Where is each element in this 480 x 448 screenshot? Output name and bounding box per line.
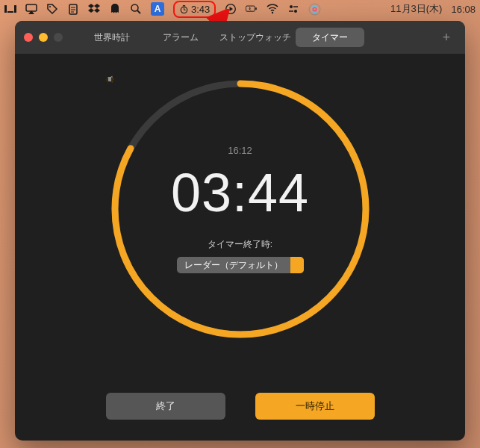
menubar-date[interactable]: 11月3日(木) (390, 2, 442, 16)
close-button[interactable] (24, 33, 33, 42)
timer-sound-value: レーダー（デフォルト） (177, 259, 290, 272)
cancel-button[interactable]: 終了 (106, 393, 225, 420)
add-button[interactable]: + (437, 28, 456, 47)
wifi-icon[interactable] (267, 3, 278, 15)
svg-rect-0 (4, 5, 7, 13)
traffic-lights (24, 33, 63, 42)
minimize-button[interactable] (39, 33, 48, 42)
svg-rect-22 (246, 6, 255, 11)
svg-marker-10 (88, 4, 94, 8)
tab-stopwatch[interactable]: ストップウォッチ (215, 28, 296, 47)
pause-button[interactable]: 一時停止 (255, 393, 375, 420)
svg-point-30 (309, 4, 320, 15)
svg-marker-38 (111, 77, 114, 83)
svg-rect-1 (14, 5, 16, 13)
svg-point-26 (290, 5, 293, 8)
tab-bar: 世界時計 アラーム ストップウォッチ タイマー (78, 28, 437, 47)
search-icon[interactable] (130, 3, 142, 15)
chevron-updown-icon (290, 257, 304, 273)
timer-ring: 16:12 03:44 タイマー終了時: レーダー（デフォルト） (106, 75, 375, 343)
timer-end-label: タイマー終了時: (208, 238, 272, 251)
battery-icon[interactable] (246, 3, 258, 15)
tab-world-clock[interactable]: 世界時計 (78, 28, 146, 47)
svg-point-25 (272, 12, 273, 13)
menubar-timer-value: 3:43 (191, 4, 210, 15)
svg-rect-23 (256, 7, 258, 10)
siri-icon[interactable] (308, 3, 321, 16)
svg-point-31 (312, 6, 319, 13)
control-center-icon[interactable] (287, 3, 299, 15)
tab-timer[interactable]: タイマー (296, 28, 364, 47)
svg-point-32 (313, 7, 317, 11)
svg-marker-21 (230, 7, 234, 11)
ghost-icon[interactable] (109, 3, 121, 15)
timer-end-time: 16:12 (228, 145, 252, 156)
tag-icon[interactable] (46, 3, 58, 15)
svg-rect-3 (26, 4, 37, 11)
dropbox-icon[interactable] (88, 3, 100, 15)
svg-marker-11 (94, 4, 100, 8)
menubar-timer[interactable]: 3:43 (173, 1, 216, 18)
timer-sound-select[interactable]: レーダー（デフォルト） (177, 257, 304, 273)
input-source-badge[interactable]: A (151, 2, 164, 16)
svg-rect-2 (7, 11, 13, 13)
menubar: A 3:43 11月3日(木) 16:08 (0, 0, 480, 18)
svg-point-28 (294, 10, 297, 13)
clock-window: 世界時計 アラーム ストップウォッチ タイマー + 16:12 03:44 タイ… (15, 21, 465, 441)
zoom-button[interactable] (54, 33, 63, 42)
svg-marker-37 (105, 77, 108, 83)
timer-remaining: 03:44 (171, 162, 309, 223)
svg-point-14 (131, 4, 138, 11)
dock-icon[interactable] (4, 3, 16, 15)
svg-point-5 (49, 6, 51, 7)
svg-marker-24 (249, 7, 251, 11)
svg-marker-13 (94, 8, 100, 13)
airplay-icon[interactable] (25, 3, 37, 15)
titlebar: 世界時計 アラーム ストップウォッチ タイマー + (15, 21, 465, 54)
tab-alarm[interactable]: アラーム (146, 28, 215, 47)
menubar-time[interactable]: 16:08 (451, 4, 476, 15)
svg-line-15 (137, 10, 140, 13)
clipboard-icon[interactable] (67, 3, 79, 15)
timer-end-at: 16:12 (228, 145, 252, 156)
timer-content: 16:12 03:44 タイマー終了時: レーダー（デフォルト） 終了 一時停止 (15, 54, 465, 441)
svg-marker-12 (88, 8, 94, 13)
play-icon[interactable] (225, 3, 237, 15)
